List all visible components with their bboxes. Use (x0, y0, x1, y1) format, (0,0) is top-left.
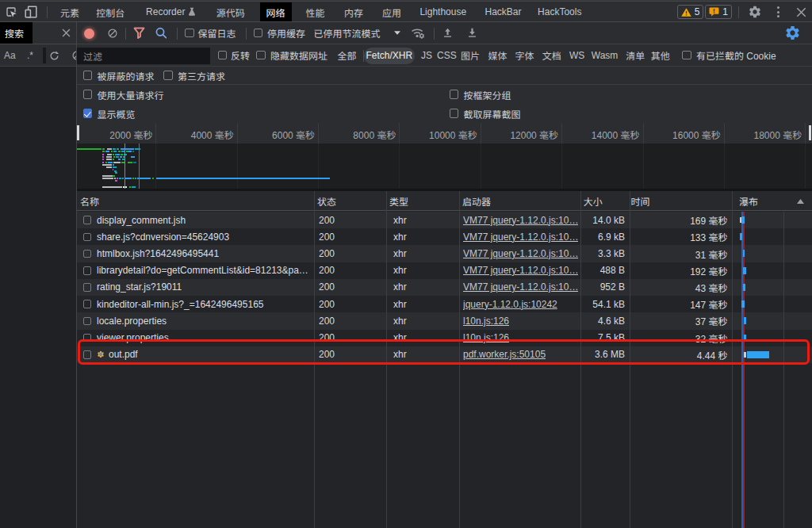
group-by-frame-checkbox[interactable]: 按框架分组 (450, 85, 511, 104)
filter-input[interactable]: 过滤 (77, 48, 210, 64)
hide-data-urls-checkbox[interactable]: 隐藏数据网址 (256, 44, 327, 66)
overview-request-bar (132, 151, 134, 152)
waterfall-bar[interactable] (744, 317, 746, 324)
dropdown-caret-icon[interactable] (394, 22, 400, 44)
search-refresh-icon[interactable] (49, 51, 59, 61)
row-checkbox[interactable] (83, 300, 92, 308)
close-devtools-icon[interactable] (796, 7, 806, 17)
request-row[interactable]: kindeditor-all-min.js?_=1642496495165 20… (77, 296, 812, 312)
large-request-rows-checkbox[interactable]: 使用大量请求行 (83, 85, 164, 104)
tab-elements[interactable]: 元素 (52, 2, 87, 21)
row-checkbox[interactable] (83, 216, 92, 224)
tab-hacktools[interactable]: HackTools (530, 2, 589, 21)
export-har-icon[interactable] (467, 22, 477, 44)
request-row[interactable]: locale.properties 200 xhr l10n.js:126 4.… (77, 312, 812, 329)
column-header-time[interactable]: 时间 (631, 191, 650, 211)
settings-gear-icon[interactable] (748, 5, 762, 19)
filter-type-media[interactable]: 媒体 (488, 44, 507, 66)
waterfall-bar[interactable] (743, 250, 745, 257)
network-settings-gear-icon[interactable] (784, 22, 801, 44)
network-conditions-icon[interactable] (411, 22, 427, 44)
device-toolbar-icon[interactable] (25, 6, 37, 18)
issues-badge[interactable]: 1 (705, 5, 732, 19)
invert-filter-checkbox[interactable]: 反转 (218, 44, 251, 66)
tab-lighthouse[interactable]: Lighthouse (412, 2, 474, 21)
row-checkbox[interactable] (83, 266, 92, 275)
request-row[interactable]: librarydetail?do=getCommentList&id=81213… (77, 262, 812, 279)
third-party-requests-checkbox[interactable]: 第三方请求 (163, 67, 225, 84)
column-header-status[interactable]: 状态 (317, 191, 336, 211)
show-overview-checkbox[interactable]: 显示概览 (83, 104, 136, 123)
waterfall-bar[interactable] (741, 216, 745, 224)
row-checkbox[interactable] (83, 283, 92, 292)
column-header-size[interactable]: 大小 (584, 191, 603, 211)
filter-type-all[interactable]: 全部 (338, 44, 357, 66)
filter-type-css[interactable]: CSS (437, 44, 457, 66)
request-initiator-link[interactable]: VM77 jquery-1.12.0.js:10… (463, 215, 578, 226)
request-initiator-link[interactable]: VM77 jquery-1.12.0.js:10… (463, 281, 578, 293)
inspect-element-icon[interactable] (6, 6, 17, 17)
record-network-log-button[interactable] (84, 29, 94, 39)
row-checkbox[interactable] (83, 317, 92, 326)
request-initiator-link[interactable]: l10n.js:126 (463, 316, 509, 327)
request-row[interactable]: display_comment.jsh 200 xhr VM77 jquery-… (77, 212, 812, 228)
blocked-cookies-checkbox[interactable]: 有已拦截的 Cookie (682, 44, 776, 66)
filter-toggle-icon[interactable] (133, 22, 145, 44)
search-close-icon[interactable] (62, 29, 71, 37)
sort-ascending-icon[interactable] (797, 191, 804, 211)
column-header-type[interactable]: 类型 (389, 191, 408, 211)
column-header-waterfall[interactable]: 瀑布 (739, 191, 758, 211)
column-header-initiator[interactable]: 启动器 (462, 191, 491, 211)
request-initiator-link[interactable]: VM77 jquery-1.12.0.js:10… (463, 265, 578, 276)
match-case-toggle[interactable]: Aa (4, 50, 16, 61)
network-overview-timeline[interactable]: 2000 毫秒4000 毫秒6000 毫秒8000 毫秒10000 毫秒1200… (77, 123, 812, 191)
warnings-badge[interactable]: 5 (677, 5, 704, 19)
tab-console[interactable]: 控制台 (88, 2, 132, 21)
overview-drag-handle-right[interactable] (809, 125, 811, 140)
search-clear-icon[interactable] (72, 51, 77, 60)
filter-type-js[interactable]: JS (421, 44, 432, 66)
throttling-select[interactable]: 已停用节流模式 (313, 22, 380, 44)
regex-toggle[interactable]: .* (27, 50, 33, 61)
waterfall-bar[interactable] (741, 300, 745, 308)
filter-type-font[interactable]: 字体 (515, 44, 534, 66)
tab-network[interactable]: 网络 (260, 2, 292, 21)
request-row[interactable]: htmlbox.jsh?1642496495441 200 xhr VM77 j… (77, 245, 812, 262)
request-initiator-link[interactable]: VM77 jquery-1.12.0.js:10… (463, 231, 578, 243)
filter-type-ws[interactable]: WS (569, 44, 584, 66)
tab-performance[interactable]: 性能 (298, 2, 333, 21)
overview-gridline (643, 123, 644, 143)
row-checkbox[interactable] (83, 233, 92, 242)
tab-sources[interactable]: 源代码 (209, 2, 253, 21)
tab-application[interactable]: 应用 (374, 2, 409, 21)
filter-type-other[interactable]: 其他 (651, 44, 670, 66)
tab-memory[interactable]: 内存 (336, 2, 371, 21)
request-initiator-link[interactable]: VM77 jquery-1.12.0.js:10… (463, 248, 578, 259)
capture-screenshots-checkbox[interactable]: 截取屏幕截图 (450, 104, 521, 123)
filter-type-doc[interactable]: 文档 (542, 44, 561, 66)
more-options-icon[interactable] (772, 6, 784, 17)
clear-network-log-icon[interactable] (108, 22, 117, 44)
waterfall-gridline (783, 212, 784, 528)
filter-type-img[interactable]: 图片 (461, 44, 480, 66)
waterfall-bar[interactable] (740, 233, 742, 240)
disable-cache-checkbox[interactable]: 停用缓存 (254, 22, 306, 44)
column-header-name[interactable]: 名称 (80, 191, 99, 211)
tab-recorder[interactable]: Recorder (138, 2, 204, 21)
waterfall-bar[interactable] (743, 267, 746, 274)
search-toggle-icon[interactable] (155, 22, 167, 44)
preserve-log-checkbox[interactable]: 保留日志 (185, 22, 236, 44)
overview-drag-handle-left[interactable] (77, 125, 79, 140)
request-initiator-link[interactable]: jquery-1.12.0.js:10242 (463, 299, 557, 310)
request-row[interactable]: share.js?cdnversion=45624903 200 xhr VM7… (77, 228, 812, 245)
filter-type-fetch-xhr[interactable]: Fetch/XHR (364, 48, 416, 64)
row-checkbox[interactable] (83, 250, 92, 258)
blocked-requests-checkbox[interactable]: 被屏蔽的请求 (83, 67, 155, 84)
request-row[interactable]: rating_star.js?19011 200 xhr VM77 jquery… (77, 279, 812, 296)
filter-type-wasm[interactable]: Wasm (592, 44, 619, 66)
filter-type-manifest[interactable]: 清单 (626, 44, 645, 66)
search-tab[interactable]: 搜索 (0, 22, 33, 44)
import-har-icon[interactable] (442, 22, 453, 44)
waterfall-bar[interactable] (743, 284, 745, 291)
tab-hackbar[interactable]: HackBar (477, 2, 530, 21)
